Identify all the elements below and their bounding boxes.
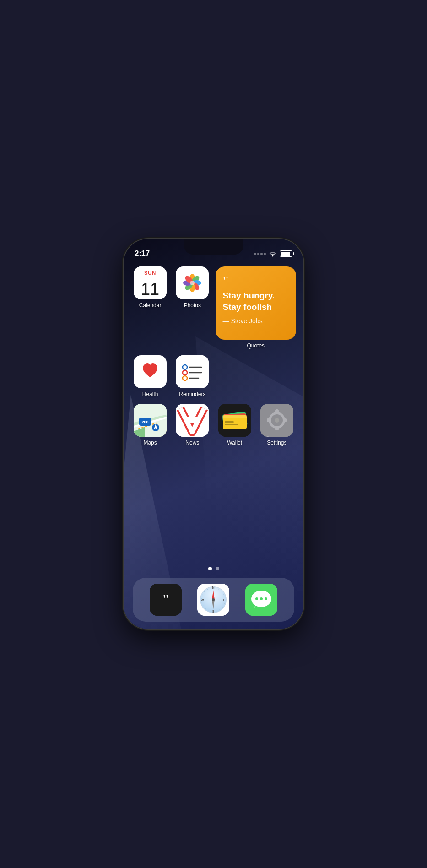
svg-rect-30 <box>223 415 247 418</box>
svg-rect-29 <box>225 424 238 425</box>
dock-quotes[interactable]: " <box>150 584 182 616</box>
app-calendar[interactable]: SUN 11 Calendar <box>131 266 169 349</box>
svg-text:": " <box>163 591 169 608</box>
svg-point-60 <box>265 597 267 600</box>
svg-rect-28 <box>225 421 234 423</box>
page-dot-1 <box>208 567 212 570</box>
svg-text:E: E <box>223 598 226 602</box>
app-reminders[interactable]: Reminders <box>173 355 211 397</box>
wifi-icon <box>269 250 277 257</box>
page-indicators <box>208 567 219 570</box>
svg-rect-35 <box>275 426 279 430</box>
app-grid: SUN 11 Calendar <box>124 262 303 446</box>
dock-safari[interactable]: N E S W <box>197 584 229 616</box>
calendar-date-num: 11 <box>141 281 159 298</box>
svg-text:S: S <box>212 610 215 613</box>
battery-icon <box>280 250 292 257</box>
svg-rect-36 <box>267 418 271 422</box>
photos-label: Photos <box>184 302 201 309</box>
svg-point-59 <box>260 597 263 600</box>
wallet-label: Wallet <box>227 439 242 446</box>
quotes-author: — Steve Jobs <box>223 317 289 325</box>
dock-messages[interactable] <box>245 584 277 616</box>
quotes-text: Stay hungry.Stay foolish <box>223 290 289 313</box>
dock: " <box>133 578 294 622</box>
calendar-day: SUN <box>144 270 156 276</box>
app-settings[interactable]: Settings <box>258 404 296 446</box>
svg-text:N: N <box>212 586 215 589</box>
app-maps[interactable]: 280 Maps <box>131 404 169 446</box>
app-health[interactable]: Health <box>131 355 169 397</box>
status-icons <box>254 250 292 257</box>
news-label: News <box>185 439 199 446</box>
status-time: 2:17 <box>135 249 150 258</box>
phone-screen: 2:17 <box>124 239 303 629</box>
quotes-quotemark: " <box>223 274 289 288</box>
svg-point-41 <box>275 418 279 423</box>
svg-point-50 <box>212 598 215 601</box>
svg-rect-37 <box>283 418 287 422</box>
page-dot-2 <box>216 567 219 570</box>
reminders-label: Reminders <box>179 391 205 397</box>
maps-label: Maps <box>143 439 157 446</box>
svg-point-58 <box>255 597 258 600</box>
signal-icon <box>254 253 266 255</box>
settings-label: Settings <box>267 439 286 446</box>
phone-frame: 2:17 <box>124 239 303 629</box>
svg-text:W: W <box>201 598 204 602</box>
app-wallet[interactable]: Wallet <box>216 404 254 446</box>
quotes-widget-container[interactable]: " Stay hungry.Stay foolish — Steve Jobs … <box>216 266 297 349</box>
health-label: Health <box>142 391 158 397</box>
quotes-label: Quotes <box>247 342 265 349</box>
svg-text:280: 280 <box>142 420 149 424</box>
app-photos[interactable]: Photos <box>173 266 211 349</box>
app-news[interactable]: News <box>173 404 211 446</box>
svg-point-8 <box>190 281 195 285</box>
notch <box>184 239 243 255</box>
calendar-label: Calendar <box>139 302 162 309</box>
svg-rect-10 <box>176 355 209 388</box>
